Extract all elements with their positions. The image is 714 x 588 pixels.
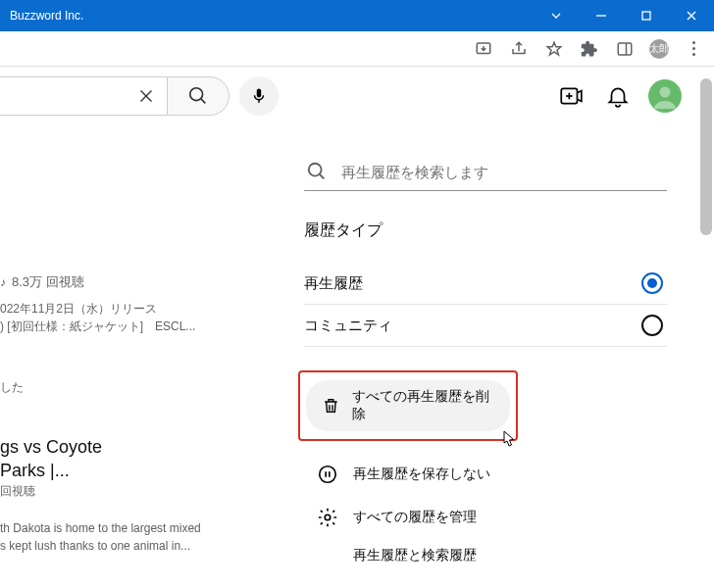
window-minimize-button[interactable] xyxy=(579,0,624,31)
browser-toolbar: 太郎 xyxy=(0,31,714,67)
history-search-row[interactable] xyxy=(304,155,667,191)
svg-line-5 xyxy=(201,99,206,104)
search-wrapper xyxy=(0,76,279,116)
music-meta-row: ♪ 8.3万 回視聴 xyxy=(0,272,235,292)
mic-icon xyxy=(250,87,268,105)
pause-history-label: 再生履歴を保存しない xyxy=(353,466,490,483)
bell-icon xyxy=(605,83,631,109)
search-button[interactable] xyxy=(167,76,230,116)
video-title-line2[interactable]: Parks |... xyxy=(0,459,235,482)
search-icon xyxy=(187,85,209,107)
recommend-label: した xyxy=(0,378,235,396)
scrollbar-thumb[interactable] xyxy=(700,78,712,235)
page-content: ♪ 8.3万 回視聴 022年11月2日（水）リリース ) [初回仕様：紙ジャケ… xyxy=(0,67,714,588)
svg-point-10 xyxy=(309,164,322,176)
history-type-watch[interactable]: 再生履歴 xyxy=(304,263,667,305)
radio-unselected-icon xyxy=(641,315,663,336)
kebab-icon xyxy=(692,41,695,56)
search-input-box[interactable] xyxy=(0,76,167,116)
clear-icon[interactable] xyxy=(135,85,157,107)
release-line: 022年11月2日（水）リリース xyxy=(0,300,235,318)
browser-profile-avatar[interactable]: 太郎 xyxy=(649,39,669,59)
video-views: 回視聴 xyxy=(0,482,235,500)
extensions-icon[interactable] xyxy=(579,38,600,60)
radio-label-community: コミュニティ xyxy=(304,317,392,335)
delete-all-history-button[interactable]: すべての再生履歴を削除 xyxy=(306,380,510,431)
history-panel: 履歴タイプ 再生履歴 コミュニティ すべての再生履歴を削除 再生履歴を保存しない xyxy=(304,155,667,572)
pause-history-button[interactable]: 再生履歴を保存しない xyxy=(304,453,667,496)
trash-icon xyxy=(322,396,340,416)
window-close-button[interactable] xyxy=(669,0,714,31)
video-title-line1[interactable]: gs vs Coyote xyxy=(0,435,235,459)
window-titlebar: Buzzword Inc. xyxy=(0,0,714,31)
music-views: 8.3万 回視聴 xyxy=(12,272,84,292)
history-type-title: 履歴タイプ xyxy=(304,220,667,241)
manage-history-label: すべての履歴を管理 xyxy=(353,509,477,526)
radio-selected-icon xyxy=(641,272,663,294)
delete-all-highlight: すべての再生履歴を削除 xyxy=(298,370,518,441)
create-button[interactable] xyxy=(551,76,590,116)
delete-all-label: すべての再生履歴を削除 xyxy=(352,388,494,423)
voice-search-button[interactable] xyxy=(239,76,279,116)
svg-point-4 xyxy=(190,88,203,101)
music-note-icon: ♪ xyxy=(0,273,6,291)
svg-rect-2 xyxy=(618,43,632,55)
radio-label-watch: 再生履歴 xyxy=(304,274,363,293)
install-icon[interactable] xyxy=(473,38,494,60)
video-desc-line1: th Dakota is home to the largest mixed xyxy=(0,519,235,537)
pause-icon xyxy=(316,463,339,486)
window-title: Buzzword Inc. xyxy=(10,9,534,23)
account-avatar[interactable] xyxy=(645,76,685,116)
manage-history-button[interactable]: すべての履歴を管理 xyxy=(304,496,667,539)
history-search-input[interactable] xyxy=(341,164,665,180)
history-type-community[interactable]: コミュニティ xyxy=(304,305,667,347)
svg-point-9 xyxy=(660,87,671,98)
svg-point-15 xyxy=(325,514,331,520)
edition-line: ) [初回仕様：紙ジャケット] ESCL... xyxy=(0,318,235,335)
create-icon xyxy=(558,83,584,109)
svg-point-12 xyxy=(320,466,336,483)
sidepanel-icon[interactable] xyxy=(614,38,636,60)
window-dropdown-button[interactable] xyxy=(534,0,579,31)
header-row xyxy=(0,67,714,125)
history-subtext: 再生履歴と検索履歴 xyxy=(304,539,667,572)
star-icon[interactable] xyxy=(543,38,565,60)
browser-menu-button[interactable] xyxy=(683,38,704,60)
video-desc-line2: s kept lush thanks to one animal in... xyxy=(0,537,235,555)
window-maximize-button[interactable] xyxy=(624,0,669,31)
svg-rect-0 xyxy=(642,12,650,20)
search-icon xyxy=(306,161,328,182)
share-icon[interactable] xyxy=(508,38,530,60)
notifications-button[interactable] xyxy=(598,76,638,116)
svg-line-11 xyxy=(320,174,325,179)
left-column: ♪ 8.3万 回視聴 022年11月2日（水）リリース ) [初回仕様：紙ジャケ… xyxy=(0,272,235,555)
cursor-icon xyxy=(500,429,518,451)
avatar-icon xyxy=(648,79,682,113)
gear-icon xyxy=(316,506,339,529)
